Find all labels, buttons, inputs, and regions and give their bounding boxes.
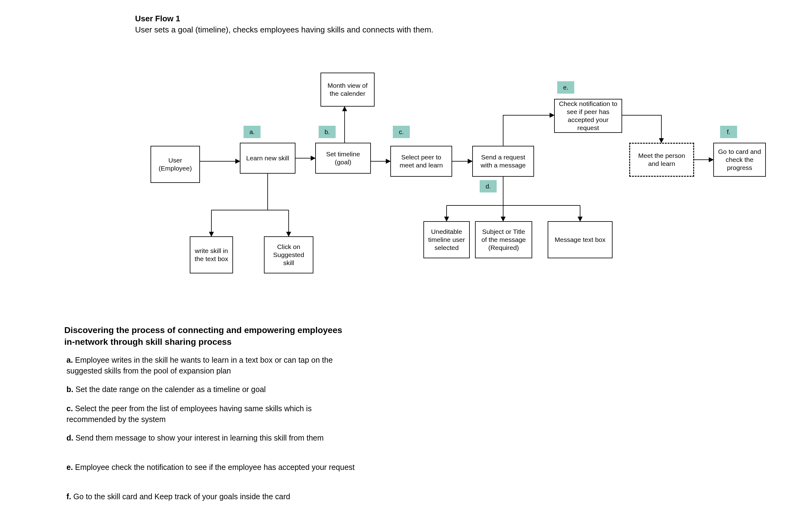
legend-item-e: e. Employee check the notification to se… xyxy=(67,462,355,473)
tag-d: d. xyxy=(480,180,497,192)
tag-f: f. xyxy=(720,126,737,138)
legend-item-f: f. Go to the skill card and Keep track o… xyxy=(67,491,290,502)
tag-a: a. xyxy=(244,126,260,138)
node-request: Send a request with a message xyxy=(472,146,534,177)
legend-key-e: e. xyxy=(67,463,73,472)
legend-text-b: Set the date range on the calender as a … xyxy=(73,385,266,394)
connectors xyxy=(0,0,785,532)
legend-text-c: Select the peer from the list of employe… xyxy=(67,404,311,424)
legend-heading: Discovering the process of connecting an… xyxy=(64,324,343,348)
legend-key-f: f. xyxy=(67,492,71,501)
flow-title: User Flow 1 xyxy=(135,14,180,24)
node-learn: Learn new skill xyxy=(240,143,296,174)
node-subject: Subject or Title of the message (Require… xyxy=(475,221,532,258)
legend-text-d: Send them message to show your interest … xyxy=(73,433,324,442)
legend-key-a: a. xyxy=(67,355,73,364)
tag-b: b. xyxy=(319,126,336,138)
legend-key-b: b. xyxy=(67,385,73,394)
node-timeline: Set timeline (goal) xyxy=(315,143,371,174)
legend-item-c: c. Select the peer from the list of empl… xyxy=(67,403,363,425)
legend-item-d: d. Send them message to show your intere… xyxy=(67,432,324,443)
node-suggest: Click on Suggested skill xyxy=(264,236,313,273)
node-card: Go to card and check the progress xyxy=(713,143,766,177)
legend-item-b: b. Set the date range on the calender as… xyxy=(67,384,266,395)
legend-text-e: Employee check the notification to see i… xyxy=(73,463,355,472)
legend-text-a: Employee writes in the skill he wants to… xyxy=(67,355,333,375)
legend-key-c: c. xyxy=(67,404,73,413)
diagram-page: User Flow 1 User sets a goal (timeline),… xyxy=(0,0,785,532)
node-user: User (Employee) xyxy=(151,146,200,183)
node-uneditable: Uneditable timeline user selected xyxy=(423,221,470,258)
node-meet: Meet the person and learn xyxy=(629,143,694,177)
node-msgbox: Message text box xyxy=(548,221,612,258)
node-month: Month view of the calender xyxy=(321,73,375,107)
legend-item-a: a. Employee writes in the skill he wants… xyxy=(67,355,363,376)
node-write: write skill in the text box xyxy=(190,236,233,273)
flow-subtitle: User sets a goal (timeline), checks empl… xyxy=(135,25,433,35)
node-notif: Check notification to see if peer has ac… xyxy=(554,99,622,133)
legend-key-d: d. xyxy=(67,433,73,442)
tag-c: c. xyxy=(393,126,410,138)
legend-text-f: Go to the skill card and Keep track of y… xyxy=(71,492,290,501)
tag-e: e. xyxy=(557,81,574,94)
node-peer: Select peer to meet and learn xyxy=(390,146,452,177)
